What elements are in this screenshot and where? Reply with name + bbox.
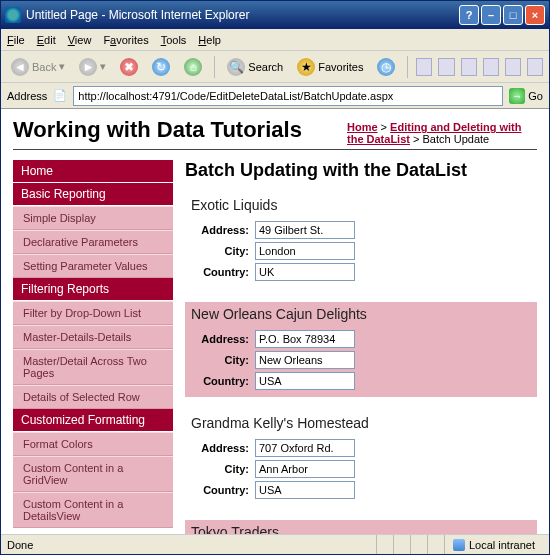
- supplier-name: New Orleans Cajun Delights: [191, 306, 531, 322]
- edit-button[interactable]: [461, 58, 477, 76]
- home-button[interactable]: ⌂: [180, 56, 206, 78]
- city-input[interactable]: [255, 351, 355, 369]
- content-heading: Batch Updating with the DataList: [185, 160, 537, 181]
- mail-button[interactable]: [416, 58, 432, 76]
- sidebar-item[interactable]: Master-Details-Details: [13, 325, 173, 349]
- zone-icon: [453, 539, 465, 551]
- sidebar-header[interactable]: Customized Formatting: [13, 409, 173, 432]
- home-icon: ⌂: [184, 58, 202, 76]
- back-icon: ◄: [11, 58, 29, 76]
- address-input[interactable]: [255, 439, 355, 457]
- ie-icon: [5, 7, 21, 23]
- page-title: Working with Data Tutorials: [13, 117, 347, 143]
- window-title: Untitled Page - Microsoft Internet Explo…: [26, 8, 249, 22]
- address-label: Address:: [191, 224, 255, 236]
- supplier-block: New Orleans Cajun DelightsAddress:City:C…: [185, 302, 537, 397]
- favorites-button[interactable]: ★Favorites: [293, 56, 367, 78]
- menu-edit[interactable]: Edit: [37, 34, 56, 46]
- city-label: City:: [191, 463, 255, 475]
- maximize-button[interactable]: □: [503, 5, 523, 25]
- research-button[interactable]: [505, 58, 521, 76]
- address-label: Address:: [191, 333, 255, 345]
- supplier-name: Exotic Liquids: [191, 197, 531, 213]
- address-label: Address:: [191, 442, 255, 454]
- stop-button[interactable]: ✖: [116, 56, 142, 78]
- breadcrumb-home[interactable]: Home: [347, 121, 378, 133]
- menu-file[interactable]: File: [7, 34, 25, 46]
- close-button[interactable]: ×: [525, 5, 545, 25]
- sidebar-item[interactable]: Details of Selected Row: [13, 385, 173, 409]
- refresh-button[interactable]: ↻: [148, 56, 174, 78]
- address-input[interactable]: [73, 86, 503, 106]
- stop-icon: ✖: [120, 58, 138, 76]
- menu-favorites[interactable]: Favorites: [103, 34, 148, 46]
- print-button[interactable]: [438, 58, 454, 76]
- star-icon: ★: [297, 58, 315, 76]
- forward-icon: ►: [79, 58, 97, 76]
- status-zone: Local intranet: [469, 539, 535, 551]
- address-label: Address: [7, 90, 47, 102]
- address-input[interactable]: [255, 221, 355, 239]
- title-bar: Untitled Page - Microsoft Internet Explo…: [1, 1, 549, 29]
- sidebar-header[interactable]: Basic Reporting: [13, 183, 173, 206]
- country-label: Country:: [191, 266, 255, 278]
- address-input[interactable]: [255, 330, 355, 348]
- history-icon: ◷: [377, 58, 395, 76]
- breadcrumb: Home > Editing and Deleting with the Dat…: [347, 117, 537, 145]
- sidebar-item[interactable]: Simple Display: [13, 206, 173, 230]
- country-label: Country:: [191, 375, 255, 387]
- supplier-name: Grandma Kelly's Homestead: [191, 415, 531, 431]
- sidebar-item[interactable]: Master/Detail Across Two Pages: [13, 349, 173, 385]
- menu-view[interactable]: View: [68, 34, 92, 46]
- minimize-button[interactable]: –: [481, 5, 501, 25]
- sidebar-item[interactable]: Filter by Drop-Down List: [13, 301, 173, 325]
- country-input[interactable]: [255, 481, 355, 499]
- country-input[interactable]: [255, 263, 355, 281]
- history-button[interactable]: ◷: [373, 56, 399, 78]
- city-label: City:: [191, 245, 255, 257]
- country-input[interactable]: [255, 372, 355, 390]
- sidebar-item[interactable]: Declarative Parameters: [13, 230, 173, 254]
- discuss-button[interactable]: [483, 58, 499, 76]
- go-icon: →: [509, 88, 525, 104]
- content-area: Working with Data Tutorials Home > Editi…: [1, 109, 549, 534]
- sidebar-item[interactable]: Custom Content in a DetailsView: [13, 492, 173, 528]
- page-icon: 📄: [53, 89, 67, 102]
- status-bar: Done Local intranet: [1, 534, 549, 554]
- sidebar-item[interactable]: Format Colors: [13, 432, 173, 456]
- status-text: Done: [7, 539, 33, 551]
- search-button[interactable]: 🔍Search: [223, 56, 287, 78]
- menu-bar: File Edit View Favorites Tools Help: [1, 29, 549, 51]
- sidebar-header[interactable]: Home: [13, 160, 173, 183]
- sidebar-header[interactable]: Filtering Reports: [13, 278, 173, 301]
- city-input[interactable]: [255, 242, 355, 260]
- sidebar-item[interactable]: Setting Parameter Values: [13, 254, 173, 278]
- supplier-name: Tokyo Traders: [191, 524, 531, 534]
- country-label: Country:: [191, 484, 255, 496]
- forward-button: ► ▾: [75, 56, 110, 78]
- supplier-block: Tokyo TradersAddress:City:Country:: [185, 520, 537, 534]
- breadcrumb-current: Batch Update: [423, 133, 490, 145]
- search-icon: 🔍: [227, 58, 245, 76]
- go-button[interactable]: →Go: [509, 88, 543, 104]
- city-label: City:: [191, 354, 255, 366]
- supplier-block: Exotic LiquidsAddress:City:Country:: [185, 193, 537, 288]
- menu-tools[interactable]: Tools: [161, 34, 187, 46]
- menu-help[interactable]: Help: [198, 34, 221, 46]
- city-input[interactable]: [255, 460, 355, 478]
- messenger-button[interactable]: [527, 58, 543, 76]
- back-button: ◄Back ▾: [7, 56, 69, 78]
- help-button[interactable]: ?: [459, 5, 479, 25]
- supplier-block: Grandma Kelly's HomesteadAddress:City:Co…: [185, 411, 537, 506]
- sidebar-item[interactable]: Custom Content in a GridView: [13, 456, 173, 492]
- toolbar: ◄Back ▾ ► ▾ ✖ ↻ ⌂ 🔍Search ★Favorites ◷: [1, 51, 549, 83]
- address-bar: Address 📄 →Go: [1, 83, 549, 109]
- sidebar: HomeBasic ReportingSimple DisplayDeclara…: [13, 160, 173, 534]
- refresh-icon: ↻: [152, 58, 170, 76]
